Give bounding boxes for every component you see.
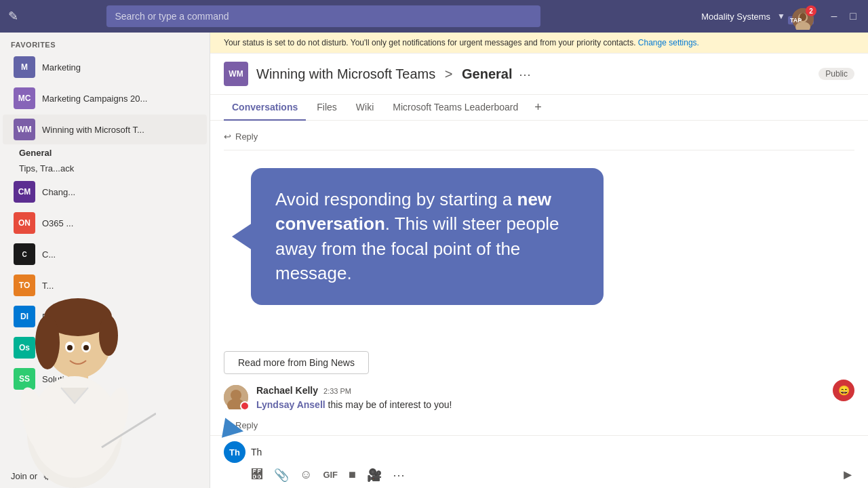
sidebar-item-c[interactable]: C C... [3,239,207,269]
compose-toolbar: ￐ 📎 ☺ GIF ■ 🎥 ⋯ ► [224,463,854,488]
settings-gear-icon[interactable]: ⚙ [43,470,52,483]
sidebar-label-cm: Chang... [42,187,185,197]
message-mention[interactable]: Lyndsay Ansell [256,399,326,410]
svg-line-17 [102,413,156,447]
favorites-label: Favorites [0,33,210,52]
user-name-label: Modality Systems [701,12,770,22]
dropdown-arrow-icon[interactable]: ▼ [777,12,785,21]
top-right-controls: Modality Systems ▼ 2 TAP – □ [701,8,860,24]
sidebar-label-wm: Winning with Microsoft T... [42,125,185,135]
sidebar-label-di: R... [42,312,196,322]
sticker-icon[interactable]: ■ [349,468,356,482]
reaction-emoji: 😄 [838,385,850,396]
sidebar-item-di[interactable]: DI R... [3,302,207,331]
format-text-icon[interactable]: ￐ [251,468,263,482]
channel-more-icon[interactable]: ⋯ [519,68,531,81]
change-settings-link[interactable]: Change settings. [638,38,699,47]
team-name-label: Winning with Microsoft Teams > General ⋯ [256,66,531,82]
message-content: Rachael Kelly 2:33 PM Lyndsay Ansell thi… [256,385,854,412]
team-avatar-di: DI [14,306,35,327]
tab-files[interactable]: Files [309,95,345,121]
tab-wiki[interactable]: Wiki [348,95,382,121]
team-avatar-os: Os [14,337,35,359]
message-container: Rachael Kelly 2:33 PM Lyndsay Ansell thi… [224,380,854,418]
sidebar-item-cm[interactable]: CM Chang... ⋯ [3,177,207,207]
message-text: Lyndsay Ansell this may be of interest t… [256,399,854,412]
edit-icon[interactable]: ✎ [8,9,18,24]
message-separator [224,150,854,150]
channel-name-label: General [462,66,512,81]
compose-area: Th ￐ 📎 ☺ GIF ■ 🎥 ⋯ ► [210,435,868,488]
reply-label-1: Reply [235,131,258,142]
svg-point-15 [15,384,56,456]
sidebar-item-ss[interactable]: SS Solutio... ⋯ [3,364,207,394]
team-avatar-cm: CM [14,181,35,203]
message-author: Rachael Kelly [256,385,318,396]
sidebar-label-marketing: Marketing [42,62,185,73]
avatar-container[interactable]: 2 TAP [792,8,814,24]
channel-tips[interactable]: Tips, Tra...ack [0,161,210,176]
team-avatar-c: C [14,243,35,265]
team-avatar-mc: MC [14,87,35,109]
join-or-create-label[interactable]: Join or [11,471,37,481]
tabs-bar: Conversations Files Wiki Microsoft Teams… [210,95,868,121]
search-bar[interactable]: Search or type a command [106,5,540,27]
attach-file-icon[interactable]: 📎 [274,468,289,483]
sidebar-label-ss: Solutio... [42,374,185,384]
notification-bar: Your status is set to do not disturb. Yo… [210,33,868,54]
tab-conversations[interactable]: Conversations [224,95,306,121]
message-body: this may be of interest to you! [328,399,452,410]
compose-input[interactable] [251,443,854,462]
team-avatar-on: ON [14,212,35,234]
sidebar-item-to[interactable]: TO T... [3,270,207,300]
reply-button-2[interactable]: ↩ Reply [224,418,854,433]
sidebar-item-marketing-campaigns[interactable]: MC Marketing Campaigns 20... ⋯ [3,83,207,113]
window-controls: – □ [827,10,860,22]
messages-area[interactable]: ↩ Reply Avoid responding by starting a n… [210,121,868,435]
add-tab-button[interactable]: + [529,96,547,119]
sidebar-item-wm[interactable]: WM Winning with Microsoft T... ⋯ [3,115,207,144]
reply-label-2: Reply [235,420,258,430]
bing-news-button[interactable]: Read more from Bing News [224,351,369,374]
channel-general[interactable]: General [0,145,210,161]
reply-arrow-icon-2: ↩ [224,420,231,430]
reaction-badge[interactable]: 😄 [833,380,854,401]
send-button[interactable]: ► [841,467,854,483]
sidebar-bottom: Join or ⚙ [0,464,210,488]
compose-row: Th [224,441,854,463]
sidebar-label-os: On... [42,343,196,353]
compose-avatar: Th [224,441,245,463]
sidebar-label-on: O365 ... [42,218,185,228]
team-avatar-marketing: M [14,56,35,78]
maximize-button[interactable]: □ [846,10,860,22]
main-layout: Favorites M Marketing ⋯ MC Marketing Cam… [0,33,868,488]
sidebar-label-c: C... [42,249,196,260]
more-options-icon[interactable]: ⋯ [393,468,405,483]
gif-icon[interactable]: GIF [323,470,338,480]
breadcrumb-separator: > [445,66,456,81]
emoji-icon[interactable]: ☺ [300,468,312,482]
team-avatar-to: TO [14,274,35,296]
sidebar-item-marketing[interactable]: M Marketing ⋯ [3,52,207,82]
sidebar-label-mc: Marketing Campaigns 20... [42,94,185,104]
top-bar: ✎ Search or type a command Modality Syst… [0,0,868,33]
sidebar-label-to: T... [42,281,196,291]
minimize-button[interactable]: – [827,10,841,22]
message-header: Rachael Kelly 2:33 PM [256,385,854,396]
svg-point-16 [94,384,135,456]
video-icon[interactable]: 🎥 [367,468,382,483]
message-time: 2:33 PM [323,387,351,395]
sidebar-item-o365[interactable]: ON O365 ... ⋯ [3,208,207,238]
reply-arrow-icon: ↩ [224,131,231,142]
tab-leaderboard[interactable]: Microsoft Teams Leaderboard [384,95,526,121]
notification-badge: 2 [806,5,816,16]
content-area: Your status is set to do not disturb. Yo… [210,33,868,488]
tooltip-bubble: Avoid responding by starting a new conve… [251,168,604,305]
reply-button-1[interactable]: ↩ Reply [224,129,854,144]
team-avatar-ss: SS [14,368,35,390]
team-avatar-wm: WM [14,119,35,140]
public-badge: Public [818,68,854,80]
sidebar-item-os[interactable]: Os On... [3,333,207,363]
sidebar: Favorites M Marketing ⋯ MC Marketing Cam… [0,33,210,488]
channel-team-icon: WM [224,62,248,86]
